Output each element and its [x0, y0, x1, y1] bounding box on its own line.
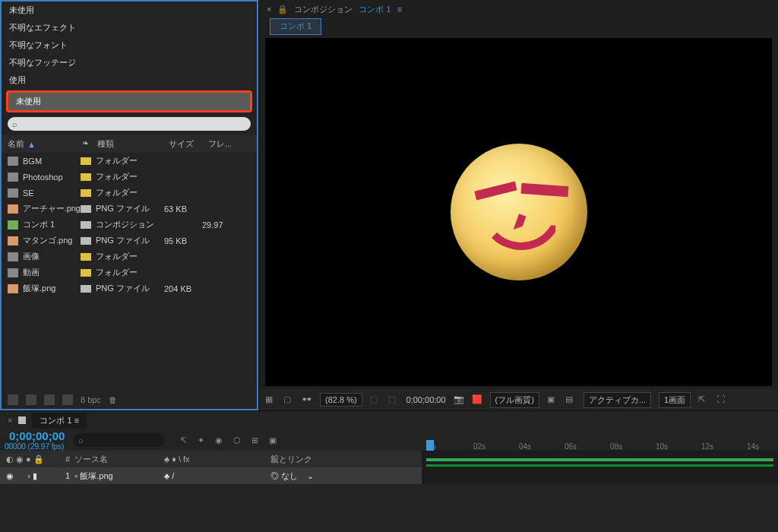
label-swatch[interactable]	[81, 269, 91, 277]
brainstorm-icon[interactable]: ⊞	[251, 435, 258, 445]
label-swatch[interactable]	[81, 173, 91, 181]
panel-menu-icon[interactable]: ≡	[397, 5, 402, 14]
filter-item[interactable]: 不明なフォント	[2, 36, 257, 54]
project-item[interactable]: コンポ 1コンポジション29.97	[2, 217, 257, 233]
grid-icon[interactable]: ▦	[265, 394, 276, 405]
project-item[interactable]: 画像フォルダー	[2, 249, 257, 264]
adjust-icon[interactable]	[62, 394, 73, 405]
project-item[interactable]: BGMフォルダー	[2, 153, 257, 169]
toggle-switches[interactable]: ◐ ◉ ● 🔒	[6, 454, 65, 464]
label-swatch[interactable]	[81, 205, 91, 213]
motion-blur-icon[interactable]: ◉	[215, 435, 223, 445]
filter-header[interactable]: 未使用	[2, 2, 257, 19]
new-comp-icon[interactable]	[44, 394, 55, 405]
zoom-dropdown[interactable]: (82.8 %)	[320, 393, 362, 407]
col-switches[interactable]: ♣ ♦ \ fx	[164, 454, 270, 464]
render-icon[interactable]: ▣	[269, 435, 277, 445]
composition-panel: × 🔒 コンポジション コンポ 1 ≡ コンポ 1 ▦ ▢ 👓 (82.8 %)…	[258, 0, 778, 410]
bpc-label[interactable]: 8 bpc	[81, 395, 101, 404]
project-item[interactable]: 動画フォルダー	[2, 264, 257, 280]
quality-dropdown[interactable]: (フル画質)	[490, 392, 539, 408]
col-parent[interactable]: 親とリンク	[270, 454, 369, 465]
views-dropdown[interactable]: 1画面	[659, 392, 691, 408]
filter-item[interactable]: 不明なエフェクト	[2, 19, 257, 36]
panel-menu-icon[interactable]: ≡	[74, 416, 79, 425]
timeline-tracks[interactable]	[422, 451, 778, 484]
toggle-transparency-icon[interactable]: ▢	[283, 394, 294, 405]
guide-icon[interactable]: ▤	[565, 394, 576, 405]
project-item[interactable]: マタンゴ.pngPNG ファイル95 KB	[2, 233, 257, 249]
project-item[interactable]: SEフォルダー	[2, 185, 257, 201]
close-icon[interactable]: ×	[267, 5, 271, 14]
layer-name[interactable]: 1 ▫ 飯塚.png	[65, 470, 164, 482]
col-tag[interactable]: ❧	[82, 138, 96, 150]
project-item[interactable]: Photoshopフォルダー	[2, 169, 257, 185]
col-fps[interactable]: フレ...	[208, 138, 251, 150]
label-swatch[interactable]	[81, 157, 91, 165]
layer-parent-dropdown[interactable]: ◎ なし ⌄	[270, 470, 369, 482]
interpret-footage-icon[interactable]	[8, 394, 18, 405]
current-time[interactable]: 0;00;00;00	[406, 395, 446, 404]
mask-icon[interactable]: 👓	[302, 394, 312, 405]
item-name: 飯塚.png	[23, 283, 55, 294]
close-icon[interactable]: ×	[8, 416, 12, 425]
label-swatch[interactable]	[81, 237, 91, 245]
item-fps: 29.97	[202, 220, 251, 230]
col-name[interactable]: 名前▲	[8, 138, 81, 150]
fx-icon[interactable]: ✦	[198, 435, 204, 445]
layer-bar[interactable]	[426, 464, 773, 467]
roi-icon[interactable]: ▣	[547, 394, 558, 405]
comp-tab-bar: コンポ 1	[259, 18, 778, 35]
timeline-ruler-area[interactable]: 0s02s04s06s08s10s12s14s	[422, 429, 778, 484]
layer-toggles[interactable]: ◉ › ▮	[6, 471, 65, 481]
time-ruler[interactable]: 0s02s04s06s08s10s12s14s	[422, 429, 778, 451]
col-type[interactable]: 種類	[97, 138, 167, 150]
timeline-tab[interactable]: コンポ 1 ≡	[32, 413, 87, 429]
graph-icon[interactable]: ⬡	[233, 435, 241, 445]
project-item[interactable]: 飯塚.pngPNG ファイル204 KB	[2, 280, 257, 296]
item-name: 画像	[23, 251, 40, 262]
item-type: フォルダー	[96, 251, 164, 262]
project-search-input[interactable]: ⌕	[8, 117, 251, 131]
item-type: フォルダー	[96, 187, 164, 198]
channel-icon[interactable]: 🟥	[472, 394, 482, 405]
col-size[interactable]: サイズ	[169, 138, 207, 150]
item-type-icon	[8, 220, 18, 230]
lock-icon[interactable]: 🔒	[277, 5, 288, 14]
filter-item[interactable]: 使用	[2, 71, 257, 89]
col-source-name[interactable]: # ソース名	[65, 454, 164, 465]
filter-item-selected[interactable]: 未使用	[8, 93, 250, 110]
ruler-tick: 08s	[610, 442, 622, 451]
expand2-icon[interactable]: ⛶	[716, 394, 727, 405]
project-item[interactable]: アーチャー.pngPNG ファイル63 KB	[2, 201, 257, 217]
filter-item[interactable]: 不明なフッテージ	[2, 54, 257, 71]
label-swatch[interactable]	[81, 253, 91, 261]
label-swatch[interactable]	[81, 189, 91, 197]
timeline-search-input[interactable]: ⌕	[74, 433, 165, 447]
project-column-header: 名前▲ ❧ 種類 サイズ フレ...	[2, 135, 257, 153]
ruler-tick: 14s	[747, 442, 759, 451]
item-name: BGM	[23, 157, 42, 166]
timeline-layer-row[interactable]: ◉ › ▮ 1 ▫ 飯塚.png ♣ / ◎ なし ⌄	[0, 467, 422, 484]
shy-icon[interactable]: ↸	[180, 435, 187, 445]
work-area-bar[interactable]	[426, 458, 773, 461]
composition-viewer[interactable]	[265, 38, 772, 386]
region-icon[interactable]: ⬚	[388, 394, 399, 405]
timeline-columns: ◐ ◉ ● 🔒 # ソース名 ♣ ♦ \ fx 親とリンク	[0, 451, 422, 467]
snapshot-icon[interactable]: 📷	[454, 394, 464, 405]
new-folder-icon[interactable]	[26, 394, 36, 405]
expand-icon[interactable]: ⇱	[698, 394, 709, 405]
label-swatch[interactable]	[81, 221, 91, 229]
item-name: Photoshop	[23, 173, 63, 182]
camera-dropdown[interactable]: アクティブカ...	[584, 392, 651, 408]
trash-icon[interactable]: 🗑	[109, 395, 117, 404]
comp-name-link[interactable]: コンポ 1	[359, 4, 391, 15]
item-size: 95 KB	[164, 236, 202, 245]
comp-tab[interactable]: コンポ 1	[270, 18, 321, 35]
label-swatch[interactable]	[81, 285, 91, 293]
ruler-tick: 12s	[701, 442, 713, 451]
resolution-icon[interactable]: ⬚	[370, 394, 381, 405]
filter-dropdown: 未使用 不明なエフェクト 不明なフォント 不明なフッテージ 使用 未使用	[2, 2, 257, 116]
current-timecode[interactable]: 0;00;00;00	[9, 429, 65, 442]
layer-switches[interactable]: ♣ /	[164, 471, 270, 480]
